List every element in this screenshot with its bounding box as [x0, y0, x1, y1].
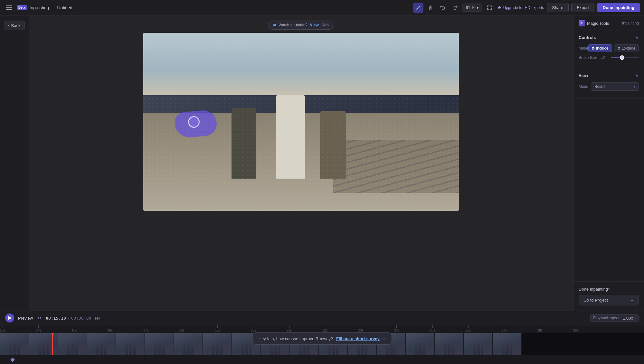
video-frame — [143, 33, 459, 211]
brush-size-thumb — [620, 55, 624, 60]
skip-to-end-button[interactable]: ⏭ — [95, 315, 100, 321]
topbar-left: Beta Inpainting Untitled — [4, 3, 411, 13]
magic-tools-label: AI Magic Tools — [579, 20, 609, 26]
ruler-mark-15s: 15s — [72, 325, 77, 332]
tutorial-view-button[interactable]: View — [310, 23, 319, 27]
ruler-marks: 13s14s15s16s17s18s19s20s21s22s23s24s25s2… — [0, 325, 644, 333]
include-label: Include — [596, 46, 609, 51]
brush-cursor-indicator — [188, 116, 200, 128]
playhead[interactable] — [52, 333, 53, 355]
brush-size-row: 52 — [601, 55, 639, 60]
canvas-area[interactable]: Watch a tutorial? View Skip — [29, 15, 573, 311]
fullscreen-icon — [487, 5, 492, 10]
thumbnail-0 — [493, 333, 522, 355]
ruler-mark-29s: 29s — [573, 325, 578, 332]
done-inpainting-button[interactable]: Done Inpainting — [597, 3, 640, 12]
preview-label: Preview — [18, 316, 33, 321]
undo-btn[interactable] — [438, 3, 448, 13]
share-button[interactable]: Share — [547, 3, 569, 12]
exclude-mode-option[interactable]: Exclude — [614, 44, 639, 52]
time-separator: / — [67, 316, 70, 321]
diamond-keyframe-marker[interactable] — [10, 358, 15, 362]
ai-badge: AI — [579, 20, 585, 26]
thumbnail-1 — [464, 333, 493, 355]
done-inpainting-panel: Done Inpainting? Go to Project → — [573, 281, 644, 311]
scene-sky — [143, 33, 459, 95]
controls-section-header: Controls ∧ — [579, 34, 639, 41]
hamburger-menu[interactable] — [4, 3, 14, 13]
upgrade-button[interactable]: Upgrade for HD exports — [497, 5, 544, 10]
beta-badge: Beta — [17, 5, 27, 10]
main-area: ‹ Back Watch a tutorial? View Skip — [0, 15, 644, 311]
redo-btn[interactable] — [450, 3, 460, 13]
scene-figure-left — [232, 108, 256, 179]
thumbnail-14 — [87, 333, 116, 355]
fullscreen-btn[interactable] — [484, 3, 495, 13]
ruler-mark-23s: 23s — [358, 325, 364, 332]
ai-badge-text: AI — [581, 22, 583, 25]
hand-icon — [428, 5, 433, 10]
zoom-display[interactable]: 61 % ▾ — [462, 4, 482, 12]
tutorial-dot-icon — [273, 24, 276, 26]
exclude-label: Exclude — [622, 46, 636, 51]
tutorial-banner: Watch a tutorial? View Skip — [268, 21, 334, 30]
view-section-header: View ∧ — [579, 72, 639, 79]
skip-to-start-button[interactable]: ⏮ — [37, 315, 42, 321]
scene — [143, 33, 459, 211]
play-icon — [8, 316, 12, 320]
thumbnail-3 — [406, 333, 435, 355]
controls-collapse-icon[interactable]: ∧ — [635, 34, 639, 41]
ruler-mark-17s: 17s — [143, 325, 148, 332]
ruler-mark-20s: 20s — [251, 325, 256, 332]
zoom-chevron-icon: ▾ — [477, 5, 479, 10]
thumbnail-17 — [0, 333, 29, 355]
survey-banner: Hey Iain, how can we improve Runway? Fil… — [252, 332, 392, 345]
brush-tool-btn[interactable] — [413, 3, 423, 13]
redo-icon — [452, 5, 458, 10]
scene-figure-right — [320, 111, 346, 179]
view-title: View — [579, 73, 588, 78]
ruler-mark-25s: 25s — [430, 325, 435, 332]
speed-chevron-icon: ▾ — [634, 316, 636, 320]
thumbnail-13 — [116, 333, 145, 355]
ruler-mark-27s: 27s — [502, 325, 507, 332]
view-collapse-icon[interactable]: ∧ — [635, 72, 639, 79]
view-mode-dropdown[interactable]: Result ▾ — [591, 82, 639, 91]
ruler-mark-18s: 18s — [179, 325, 184, 332]
play-button[interactable] — [5, 313, 14, 322]
timeline-container[interactable]: 13s14s15s16s17s18s19s20s21s22s23s24s25s2… — [0, 325, 644, 364]
tutorial-skip-button[interactable]: Skip — [321, 23, 329, 27]
thumbnail-16 — [29, 333, 58, 355]
ruler-mark-24s: 24s — [394, 325, 399, 332]
survey-close-button[interactable]: × — [383, 336, 385, 341]
title-divider — [53, 5, 53, 11]
ruler-mark-21s: 21s — [287, 325, 292, 332]
project-title: Untitled — [57, 5, 72, 10]
ruler-mark-22s: 22s — [322, 325, 327, 332]
survey-link-button[interactable]: Fill out a short survey — [336, 336, 380, 341]
go-to-project-button[interactable]: Go to Project → — [579, 295, 639, 305]
scene-tracks — [333, 140, 459, 193]
playback-bar: Preview ⏮ 00:15.18 / 00:30.00 ⏭ Playback… — [0, 311, 644, 325]
playback-speed-control[interactable]: Playback speed: 1.00x ▾ — [590, 314, 639, 322]
controls-title: Controls — [579, 35, 596, 40]
brush-icon — [416, 5, 421, 10]
back-arrow-icon: ‹ — [8, 23, 10, 28]
ruler-mark-16s: 16s — [108, 325, 113, 332]
magic-tools-text: Magic Tools — [587, 21, 609, 26]
hand-tool-btn[interactable] — [425, 3, 436, 13]
hamburger-icon — [6, 5, 12, 11]
thumbnail-12 — [145, 333, 174, 355]
go-to-project-arrow-icon: → — [630, 298, 634, 303]
brush-size-slider[interactable] — [611, 57, 639, 58]
undo-icon — [440, 5, 445, 10]
view-mode-chevron-icon: ▾ — [634, 85, 635, 89]
controls-section: Controls ∧ Mode Include Exclude — [573, 30, 644, 68]
timeline-footer — [0, 355, 644, 364]
timeline-ruler: 13s14s15s16s17s18s19s20s21s22s23s24s25s2… — [0, 325, 644, 333]
ruler-mark-26s: 26s — [466, 325, 471, 332]
export-button[interactable]: Export — [571, 3, 594, 12]
include-mode-option[interactable]: Include — [588, 44, 612, 52]
time-total: 00:30.00 — [71, 316, 91, 321]
back-button[interactable]: ‹ Back — [4, 21, 25, 30]
